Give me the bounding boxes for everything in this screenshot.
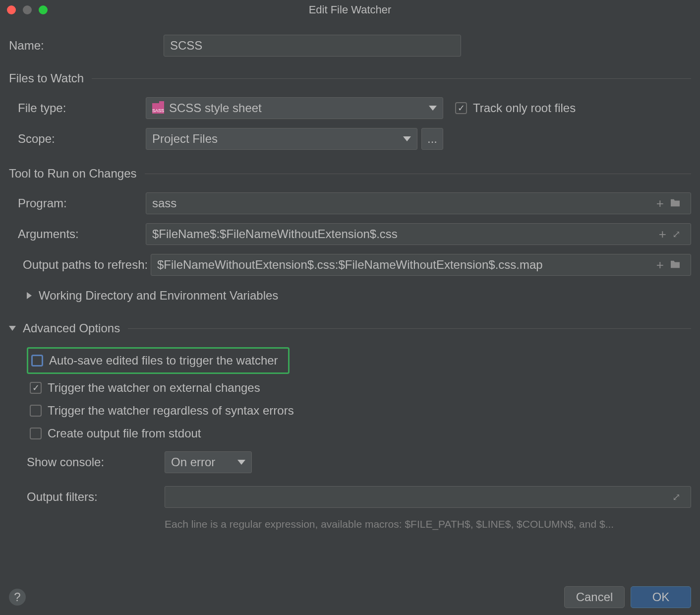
scope-label: Scope: xyxy=(18,132,146,146)
tool-header: Tool to Run on Changes xyxy=(9,167,137,181)
chevron-down-icon xyxy=(403,136,411,141)
show-console-value: On error xyxy=(171,455,215,469)
name-label: Name: xyxy=(9,39,164,53)
regardless-syntax-checkbox[interactable] xyxy=(30,405,42,417)
external-changes-checkbox[interactable] xyxy=(30,382,42,394)
help-icon: ? xyxy=(14,590,20,604)
program-label: Program: xyxy=(18,196,146,210)
chevron-down-icon xyxy=(429,106,437,111)
arguments-label: Arguments: xyxy=(18,227,146,241)
plus-icon[interactable]: + xyxy=(656,257,664,273)
file-type-label: File type: xyxy=(18,101,146,115)
files-to-watch-header: Files to Watch xyxy=(9,71,84,85)
output-paths-value: $FileNameWithoutExtension$.css:$FileName… xyxy=(157,258,543,272)
file-type-value: SCSS style sheet xyxy=(169,101,262,115)
arguments-value: $FileName$:$FileNameWithoutExtension$.cs… xyxy=(152,227,398,241)
divider xyxy=(128,328,691,329)
show-console-select[interactable]: On error xyxy=(165,451,252,473)
sass-icon: SASS xyxy=(152,103,164,114)
arguments-input[interactable]: $FileName$:$FileNameWithoutExtension$.cs… xyxy=(146,223,691,245)
track-root-checkbox[interactable] xyxy=(455,102,467,114)
show-console-label: Show console: xyxy=(27,455,165,469)
output-filters-input[interactable]: ⤢ xyxy=(165,486,691,508)
divider xyxy=(145,174,691,174)
scope-value: Project Files xyxy=(152,132,218,146)
output-paths-label: Output paths to refresh: xyxy=(23,258,151,272)
auto-save-highlight: Auto-save edited files to trigger the wa… xyxy=(27,347,290,374)
folder-icon[interactable] xyxy=(670,196,681,210)
expand-icon[interactable]: ⤢ xyxy=(672,491,681,503)
scope-select[interactable]: Project Files xyxy=(146,128,417,150)
scope-more-button[interactable]: ... xyxy=(421,128,443,150)
ellipsis-icon: ... xyxy=(427,132,437,146)
advanced-header: Advanced Options xyxy=(23,321,120,335)
file-type-select[interactable]: SASS SCSS style sheet xyxy=(146,97,443,119)
program-input[interactable]: sass + xyxy=(146,192,691,214)
output-filters-label: Output filters: xyxy=(27,490,165,504)
output-paths-input[interactable]: $FileNameWithoutExtension$.css:$FileName… xyxy=(151,254,691,276)
output-filters-hint: Each line is a regular expression, avail… xyxy=(165,518,614,530)
plus-icon[interactable]: + xyxy=(656,196,664,211)
expand-icon[interactable]: ⤢ xyxy=(672,228,681,240)
regardless-syntax-label: Trigger the watcher regardless of syntax… xyxy=(48,404,294,418)
ok-button[interactable]: OK xyxy=(631,586,691,608)
program-value: sass xyxy=(152,196,176,210)
name-value: SCSS xyxy=(170,39,202,53)
chevron-right-icon[interactable] xyxy=(27,292,32,299)
working-dir-toggle[interactable]: Working Directory and Environment Variab… xyxy=(39,289,278,303)
chevron-down-icon xyxy=(237,460,245,465)
divider xyxy=(92,78,691,79)
external-changes-label: Trigger the watcher on external changes xyxy=(48,381,260,395)
name-input[interactable]: SCSS xyxy=(164,35,461,57)
window-title: Edit File Watcher xyxy=(7,3,693,16)
titlebar: Edit File Watcher xyxy=(0,0,700,20)
track-root-label: Track only root files xyxy=(473,101,576,115)
create-output-checkbox[interactable] xyxy=(30,428,42,439)
folder-icon[interactable] xyxy=(670,258,681,272)
create-output-label: Create output file from stdout xyxy=(48,427,201,440)
cancel-button[interactable]: Cancel xyxy=(564,586,625,608)
chevron-down-icon[interactable] xyxy=(9,326,16,331)
help-button[interactable]: ? xyxy=(9,589,26,606)
auto-save-checkbox[interactable] xyxy=(31,355,43,367)
auto-save-label: Auto-save edited files to trigger the wa… xyxy=(49,354,278,368)
plus-icon[interactable]: + xyxy=(659,227,666,242)
